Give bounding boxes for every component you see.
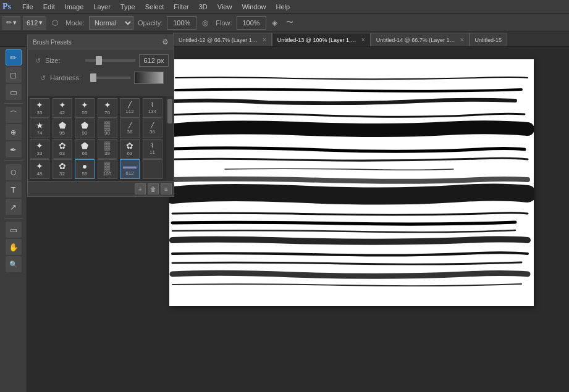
- opacity-label: Opacity:: [136, 19, 164, 27]
- menu-image[interactable]: Image: [60, 2, 89, 12]
- hardness-label: Hardness:: [50, 74, 90, 81]
- brush-size-arrow: ▾: [39, 19, 43, 27]
- brush-tool-icon-btn[interactable]: ✏ ▾: [2, 16, 20, 30]
- flow-label: Flow:: [214, 19, 234, 27]
- brush-preset-33[interactable]: ✦ 33: [30, 98, 49, 118]
- brush-preset-empty: [143, 159, 162, 179]
- brush-preset-36b[interactable]: ╱ 36: [143, 119, 162, 138]
- tab-close-14[interactable]: ×: [460, 36, 464, 43]
- brush-dropdown-arrow: ▾: [13, 19, 17, 27]
- opacity-input[interactable]: [167, 16, 196, 30]
- size-row: ↺ Size: 612 px: [33, 54, 169, 67]
- menu-select[interactable]: Select: [140, 2, 169, 12]
- eyedropper-icon: ✒: [10, 145, 17, 154]
- type-icon: T: [11, 185, 16, 194]
- smoothing-icon[interactable]: 〜: [284, 17, 296, 29]
- brush-preset-36a[interactable]: ╱ 36: [120, 119, 140, 138]
- size-value-input[interactable]: 612 px: [139, 54, 169, 67]
- opacity-airbrush-icon[interactable]: ◎: [199, 17, 211, 29]
- tab-untitled-14[interactable]: Untitled-14 @ 66.7% (Layer 1, R... ×: [371, 33, 470, 46]
- size-label: Size:: [45, 57, 85, 64]
- tab-close-12[interactable]: ×: [263, 36, 266, 43]
- panel-new-btn[interactable]: +: [135, 183, 146, 194]
- brush-size-btn[interactable]: 612 ▾: [23, 16, 46, 30]
- brush-preset-63a[interactable]: ✿ 63: [53, 139, 72, 159]
- brush-preset-74[interactable]: ★ 74: [30, 119, 49, 138]
- panel-expand-btn[interactable]: ≡: [161, 183, 172, 194]
- menu-edit[interactable]: Edit: [38, 2, 60, 12]
- brush-preset-90a[interactable]: ⬟ 90: [75, 119, 95, 138]
- shape-tool-btn[interactable]: ▭: [6, 222, 22, 238]
- brush-scrollbar[interactable]: [166, 96, 174, 181]
- brush-tool-icon: ✏: [10, 53, 17, 62]
- rect-select-btn[interactable]: ▭: [6, 84, 22, 100]
- brush-preset-39[interactable]: ▒ 39: [98, 139, 117, 159]
- hand-icon: ✋: [9, 243, 19, 252]
- menu-filter[interactable]: Filter: [169, 2, 193, 12]
- shape-icon: ▭: [10, 225, 17, 235]
- size-slider-container: [85, 56, 135, 65]
- hardness-reset-btn[interactable]: ↺: [38, 73, 48, 83]
- eyedropper-btn[interactable]: ✒: [6, 141, 22, 157]
- menu-file[interactable]: File: [17, 2, 38, 12]
- brush-preset-48[interactable]: ✦ 48: [30, 159, 49, 179]
- brush-presets-area: ✦ 33 ✦ 42 ✦ 55 ✦ 70 ╱ 112: [28, 96, 174, 181]
- brush-panel-gear-icon[interactable]: ⚙: [162, 38, 169, 46]
- hardness-slider-container: [90, 73, 130, 83]
- canvas-svg: [169, 59, 534, 306]
- mode-select[interactable]: Normal Dissolve Multiply: [89, 16, 133, 30]
- tab-label-14: Untitled-14 @ 66.7% (Layer 1, R...: [376, 37, 457, 43]
- menu-help[interactable]: Help: [271, 2, 295, 12]
- tool-separator-2: [4, 161, 23, 161]
- brush-preset-112[interactable]: ╱ 112: [120, 98, 140, 118]
- tab-untitled-12[interactable]: Untitled-12 @ 66.7% (Layer 1, R... ×: [173, 33, 272, 46]
- path-tool-btn[interactable]: ↗: [6, 199, 22, 215]
- brush-tool-btn[interactable]: ✏: [6, 49, 22, 65]
- zoom2-icon: 🔍: [9, 261, 18, 269]
- brush-preset-66[interactable]: ⬟ 66: [75, 139, 95, 159]
- eraser-tool-btn[interactable]: ◻: [6, 67, 22, 83]
- menu-layer[interactable]: Layer: [88, 2, 116, 12]
- brush-preset-42[interactable]: ✦ 42: [53, 98, 72, 118]
- menu-type[interactable]: Type: [116, 2, 140, 12]
- size-slider[interactable]: [85, 59, 135, 62]
- brush-picker-icon[interactable]: ⬡: [49, 17, 61, 29]
- tab-untitled-13[interactable]: Untitled-13 @ 100% (Layer 1, RG... ×: [272, 33, 371, 46]
- brush-preset-55-circle[interactable]: ● 55: [75, 159, 95, 179]
- tab-close-13[interactable]: ×: [361, 36, 365, 43]
- tab-untitled-15[interactable]: Untitled-15: [470, 33, 508, 46]
- brush-preset-63b[interactable]: ✿ 63: [120, 139, 140, 159]
- canvas-container: [169, 59, 534, 306]
- lasso-tool-btn[interactable]: ⌒: [6, 107, 22, 123]
- zoom2-tool-btn[interactable]: 🔍: [6, 256, 22, 272]
- flow-icon[interactable]: ◈: [269, 17, 281, 29]
- size-reset-btn[interactable]: ↺: [33, 56, 43, 65]
- brush-preset-612[interactable]: ▬▬ 612: [120, 159, 140, 179]
- brush-preset-95[interactable]: ⬟ 95: [53, 119, 72, 138]
- tool-separator-1: [4, 103, 23, 104]
- brush-panel-title: Brush Presets: [33, 39, 72, 46]
- brush-preset-90b[interactable]: ▒ 90: [98, 119, 117, 138]
- brush-preset-55a[interactable]: ✦ 55: [75, 98, 95, 118]
- brush-preset-32[interactable]: ✿ 32: [53, 159, 72, 179]
- menu-window[interactable]: Window: [237, 2, 271, 12]
- brush-preset-11[interactable]: ⌇ 11: [143, 139, 162, 159]
- brush-preset-134[interactable]: ⌇ 134: [143, 98, 162, 118]
- zoom-tool-btn[interactable]: ⊕: [6, 124, 22, 140]
- brush-panel-body: ↺ Size: 612 px ↺ Hardness:: [28, 49, 174, 96]
- hardness-slider[interactable]: [90, 77, 130, 79]
- menu-3d[interactable]: 3D: [194, 2, 213, 12]
- brush-size-value: 612: [27, 19, 38, 27]
- brush-preset-100[interactable]: ▒ 100: [98, 159, 117, 179]
- flow-input[interactable]: [237, 16, 266, 30]
- menu-view[interactable]: View: [213, 2, 237, 12]
- brush-preset-33b[interactable]: ✦ 33: [30, 139, 49, 159]
- brush-scroll-thumb[interactable]: [167, 99, 172, 123]
- hardness-value-input[interactable]: [134, 72, 164, 84]
- type-tool-btn[interactable]: T: [6, 181, 22, 198]
- brush-preset-70[interactable]: ✦ 70: [98, 98, 117, 118]
- hand-tool-btn[interactable]: ✋: [6, 239, 22, 255]
- panel-delete-btn[interactable]: 🗑: [148, 183, 159, 194]
- path-icon: ↗: [10, 202, 17, 212]
- gradient-tool-btn[interactable]: ⬡: [6, 164, 22, 180]
